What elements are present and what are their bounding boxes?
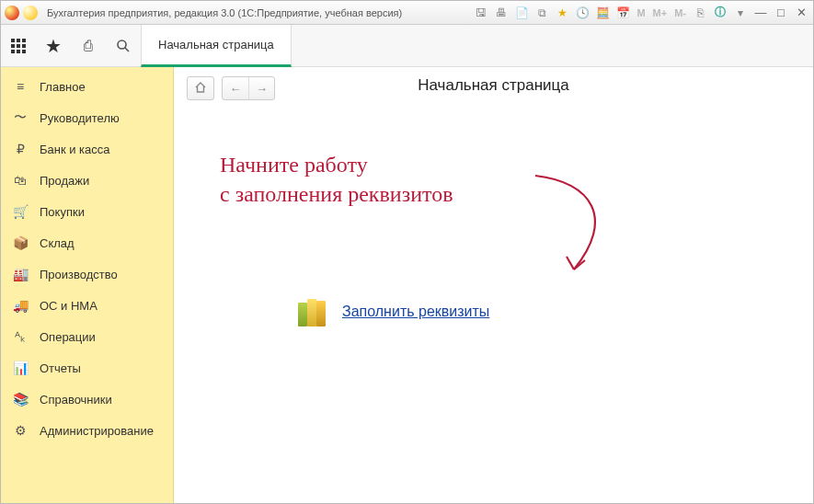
toolbar-print-icon[interactable]: 🖶	[493, 5, 510, 21]
sidebar-item-assets[interactable]: 🚚 ОС и НМА	[1, 290, 173, 321]
sidebar-item-warehouse[interactable]: 📦 Склад	[1, 227, 173, 258]
fill-requisites-link[interactable]: Заполнить реквизиты	[342, 304, 489, 320]
bag-icon: 🛍	[12, 173, 29, 188]
toolbar-favorite-icon[interactable]: ★	[554, 5, 570, 21]
sidebar-item-operations[interactable]: ᴬₖ Операции	[1, 321, 173, 352]
app-badge-dropdown-icon[interactable]	[23, 6, 38, 20]
gear-icon: ⚙	[12, 423, 29, 438]
svg-point-9	[118, 40, 126, 49]
ruble-icon: ₽	[12, 142, 29, 156]
tab-start-page[interactable]: Начальная страница	[141, 25, 292, 67]
toolbar-info-icon[interactable]: ⓘ	[712, 5, 728, 21]
toolbar-calendar-icon[interactable]: 📅	[614, 5, 631, 21]
sidebar-item-label: Главное	[40, 80, 86, 94]
toolbar-compare-icon[interactable]: ⧉	[533, 5, 550, 21]
sidebar-item-sales[interactable]: 🛍 Продажи	[1, 165, 173, 196]
toolbar-attach-icon[interactable]: ⎘	[692, 5, 708, 21]
main-panel: ← → Начальная страница Начните работу с …	[174, 67, 813, 503]
onboarding-hint: Начните работу с заполнения реквизитов	[220, 150, 453, 210]
sidebar-item-label: Склад	[40, 236, 75, 250]
svg-rect-6	[11, 50, 15, 53]
toolbar-mminus-button[interactable]: M-	[672, 7, 688, 18]
chart-bar-icon: 📊	[12, 361, 29, 375]
nav-button-group: ← →	[222, 76, 275, 100]
svg-rect-1	[17, 39, 20, 42]
toolbar-calculator-icon[interactable]: 🧮	[594, 5, 611, 21]
sidebar-item-label: Справочники	[40, 393, 112, 407]
cart-icon: 🛒	[12, 204, 29, 219]
sidebar-item-catalogs[interactable]: 📚 Справочники	[1, 384, 173, 415]
sidebar-item-purchases[interactable]: 🛒 Покупки	[1, 196, 173, 227]
sidebar-item-label: Продажи	[40, 174, 89, 188]
list-icon: ≡	[12, 79, 29, 94]
toolbar-mplus-button[interactable]: M+	[651, 7, 670, 18]
sidebar-item-label: Администрирование	[40, 424, 154, 438]
svg-rect-7	[17, 50, 20, 53]
truck-icon: 🚚	[12, 298, 29, 313]
nav-forward-button[interactable]: →	[248, 77, 274, 99]
window-title: Бухгалтерия предприятия, редакция 3.0 (1…	[47, 7, 402, 18]
books-icon: 📚	[12, 392, 29, 407]
svg-rect-4	[17, 44, 20, 48]
sidebar-item-manager[interactable]: 〜 Руководителю	[1, 102, 173, 133]
svg-rect-0	[11, 39, 15, 42]
main-toolbar: ★ ⎙ Начальная страница	[1, 25, 813, 67]
favorites-star-icon[interactable]: ★	[36, 25, 71, 66]
apps-grid-icon[interactable]	[1, 25, 36, 66]
sidebar-item-reports[interactable]: 📊 Отчеты	[1, 352, 173, 384]
sidebar-item-label: Производство	[40, 268, 118, 281]
sidebar-item-admin[interactable]: ⚙ Администрирование	[1, 415, 173, 446]
home-button[interactable]	[187, 76, 214, 100]
sidebar-item-bank[interactable]: ₽ Банк и касса	[1, 133, 173, 165]
toolbar-m-button[interactable]: M	[635, 7, 647, 18]
page-nav-toolbar: ← →	[174, 67, 813, 104]
sidebar: ≡ Главное 〜 Руководителю ₽ Банк и касса …	[1, 67, 174, 503]
nav-back-button[interactable]: ←	[223, 77, 248, 99]
app-badge-1c-icon	[5, 6, 19, 20]
toolbar-info-dropdown-icon[interactable]: ▾	[732, 5, 749, 21]
clipboard-icon[interactable]: ⎙	[71, 25, 106, 66]
sidebar-item-production[interactable]: 🏭 Производство	[1, 258, 173, 290]
window-maximize-button[interactable]: □	[773, 6, 789, 19]
svg-rect-3	[11, 44, 15, 48]
factory-icon: 🏭	[12, 267, 29, 281]
toolbar-doc-icon[interactable]: 📄	[513, 5, 530, 21]
toolbar-save-icon[interactable]: 🖫	[473, 5, 489, 21]
window-close-button[interactable]: ✕	[793, 6, 809, 19]
chart-line-icon: 〜	[12, 109, 29, 126]
window-titlebar: Бухгалтерия предприятия, редакция 3.0 (1…	[1, 1, 813, 25]
folders-icon	[298, 297, 329, 326]
svg-rect-2	[22, 39, 26, 42]
hint-line-1: Начните работу	[220, 150, 453, 179]
fill-requisites-block: Заполнить реквизиты	[298, 297, 489, 326]
search-icon[interactable]	[106, 25, 141, 66]
tab-label: Начальная страница	[158, 38, 274, 52]
sidebar-item-label: Операции	[40, 330, 96, 344]
operations-icon: ᴬₖ	[12, 329, 29, 344]
sidebar-item-main[interactable]: ≡ Главное	[1, 71, 173, 102]
box-icon: 📦	[12, 235, 29, 250]
window-minimize-button[interactable]: —	[752, 6, 769, 19]
hint-arrow-icon	[528, 168, 638, 279]
sidebar-item-label: Покупки	[40, 205, 85, 219]
svg-rect-5	[22, 44, 26, 48]
sidebar-item-label: Руководителю	[40, 111, 120, 125]
svg-rect-8	[22, 50, 26, 53]
sidebar-item-label: Банк и касса	[40, 143, 110, 156]
sidebar-item-label: Отчеты	[40, 361, 81, 375]
toolbar-history-icon[interactable]: 🕓	[574, 5, 590, 21]
sidebar-item-label: ОС и НМА	[40, 299, 97, 313]
svg-line-10	[125, 48, 129, 52]
hint-line-2: с заполнения реквизитов	[220, 179, 453, 209]
